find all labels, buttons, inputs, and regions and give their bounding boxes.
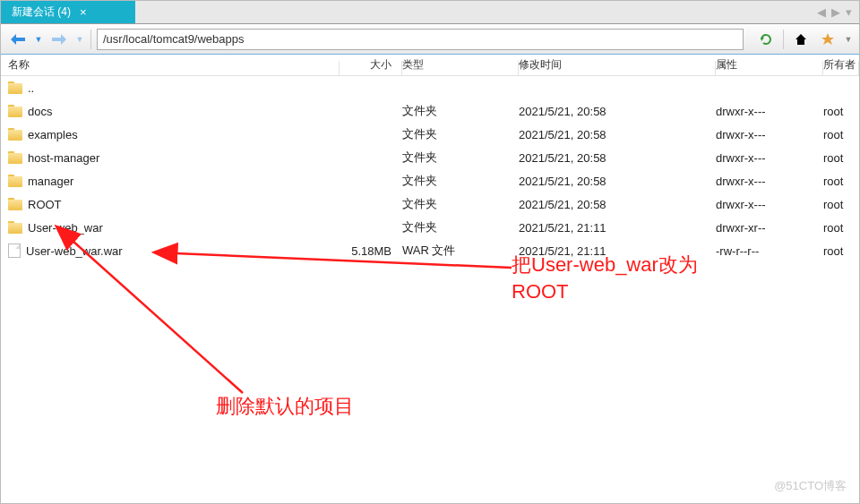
folder-icon: [8, 151, 22, 164]
file-row[interactable]: ..: [1, 76, 859, 99]
col-type-header[interactable]: 类型: [402, 57, 519, 73]
tab-nav: ◀ ▶ ▾: [810, 1, 859, 23]
forward-button[interactable]: [47, 28, 71, 51]
file-attr: drwxr-x---: [716, 175, 823, 188]
file-row[interactable]: User-web_war.war5.18MBWAR 文件2021/5/21, 2…: [1, 239, 859, 262]
file-type: 文件夹: [402, 103, 519, 119]
file-list: ..docs文件夹2021/5/21, 20:58drwxr-x---roote…: [1, 76, 859, 262]
file-name: manager: [28, 175, 73, 188]
back-button[interactable]: [6, 28, 30, 51]
file-type: 文件夹: [402, 196, 519, 212]
bookmark-dropdown[interactable]: ▼: [843, 28, 854, 51]
file-type: 文件夹: [402, 149, 519, 166]
file-owner: root: [823, 105, 859, 118]
file-name: host-manager: [28, 151, 99, 165]
file-owner: root: [823, 175, 859, 188]
refresh-button[interactable]: [754, 28, 778, 51]
annotation-rename: 把User-web_war改为 ROOT: [512, 252, 698, 304]
separator: [783, 30, 784, 49]
file-name: ROOT: [28, 198, 62, 211]
file-owner: root: [823, 128, 859, 141]
file-date: 2021/5/21, 20:58: [519, 151, 716, 165]
file-size: 5.18MB: [340, 244, 402, 258]
close-icon[interactable]: ×: [80, 5, 87, 19]
file-attr: drwxr-xr--: [716, 221, 823, 235]
file-attr: -rw-r--r--: [716, 244, 823, 258]
file-name: ..: [28, 81, 34, 95]
col-attr-header[interactable]: 属性: [716, 57, 823, 73]
file-type: 文件夹: [402, 173, 519, 189]
svg-line-1: [73, 241, 243, 393]
home-button[interactable]: [789, 28, 813, 51]
file-attr: drwxr-x---: [716, 151, 823, 165]
separator: [90, 30, 91, 49]
file-type: WAR 文件: [402, 243, 519, 259]
file-icon: [8, 243, 21, 258]
toolbar: ▼ ▼ /usr/local/tomcat9/webapps ▼: [1, 24, 859, 55]
folder-icon: [8, 105, 22, 117]
file-row[interactable]: User-web_war文件夹2021/5/21, 21:11drwxr-xr-…: [1, 216, 859, 239]
folder-icon: [8, 175, 22, 187]
file-row[interactable]: ROOT文件夹2021/5/21, 20:58drwxr-x---root: [1, 192, 859, 216]
col-date-header[interactable]: 修改时间: [519, 57, 716, 73]
file-date: 2021/5/21, 20:58: [519, 128, 716, 141]
file-date: 2021/5/21, 20:58: [519, 198, 716, 211]
file-owner: root: [823, 244, 859, 258]
forward-dropdown[interactable]: ▼: [74, 28, 85, 51]
file-row[interactable]: host-manager文件夹2021/5/21, 20:58drwxr-x--…: [1, 146, 859, 169]
file-row[interactable]: manager文件夹2021/5/21, 20:58drwxr-x---root: [1, 169, 859, 192]
file-date: 2021/5/21, 20:58: [519, 105, 716, 118]
file-name: User-web_war: [28, 221, 103, 235]
file-owner: root: [823, 198, 859, 211]
file-attr: drwxr-x---: [716, 105, 823, 118]
watermark: @51CTO博客: [774, 478, 847, 494]
file-date: 2021/5/21, 21:11: [519, 221, 716, 235]
file-owner: root: [823, 151, 859, 165]
file-name: User-web_war.war: [26, 244, 123, 258]
col-owner-header[interactable]: 所有者: [823, 57, 859, 73]
annotation-delete: 删除默认的项目: [216, 393, 354, 420]
folder-icon: [8, 221, 22, 234]
tab-next-icon[interactable]: ▶: [830, 5, 842, 19]
session-tab[interactable]: 新建会话 (4) ×: [1, 1, 135, 23]
file-attr: drwxr-x---: [716, 128, 823, 141]
back-dropdown[interactable]: ▼: [33, 28, 44, 51]
tab-bar: 新建会话 (4) × ◀ ▶ ▾: [1, 1, 859, 24]
bookmark-button[interactable]: [816, 28, 839, 51]
tab-title: 新建会话 (4): [12, 4, 71, 20]
file-row[interactable]: examples文件夹2021/5/21, 20:58drwxr-x---roo…: [1, 123, 859, 146]
file-owner: root: [823, 221, 859, 235]
file-name: examples: [28, 128, 78, 141]
column-headers: 名称 大小 类型 修改时间 属性 所有者: [1, 55, 859, 76]
col-name-header[interactable]: 名称: [8, 57, 340, 73]
file-type: 文件夹: [402, 219, 519, 235]
folder-icon: [8, 81, 22, 94]
file-row[interactable]: docs文件夹2021/5/21, 20:58drwxr-x---root: [1, 99, 859, 123]
folder-icon: [8, 128, 22, 141]
file-type: 文件夹: [402, 126, 519, 142]
folder-icon: [8, 198, 22, 210]
col-size-header[interactable]: 大小: [340, 57, 402, 73]
file-attr: drwxr-x---: [716, 198, 823, 211]
tab-menu-icon[interactable]: ▾: [844, 5, 854, 19]
path-input[interactable]: /usr/local/tomcat9/webapps: [97, 29, 744, 50]
tab-prev-icon[interactable]: ◀: [815, 5, 828, 19]
file-date: 2021/5/21, 20:58: [519, 175, 716, 188]
file-name: docs: [28, 105, 52, 118]
path-text: /usr/local/tomcat9/webapps: [103, 32, 245, 46]
